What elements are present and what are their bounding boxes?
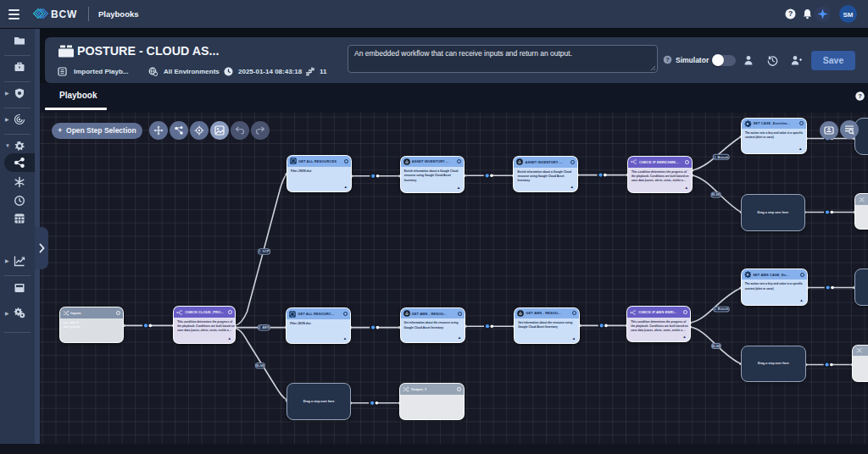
svg-text:?: ? — [858, 92, 862, 100]
svg-text:?: ? — [665, 56, 670, 64]
svg-text:?: ? — [788, 9, 793, 18]
svg-text:SM: SM — [843, 11, 854, 19]
